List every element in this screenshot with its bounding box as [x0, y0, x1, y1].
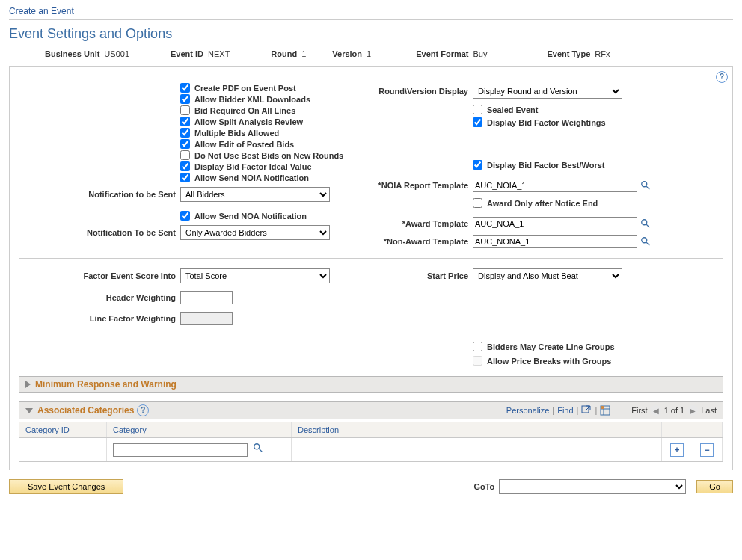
svg-line-1: [646, 186, 649, 189]
multi-bids-checkbox[interactable]: [180, 128, 190, 138]
business-unit-label: Business Unit: [45, 49, 99, 58]
start-price-select[interactable]: Display and Also Must Beat: [473, 268, 622, 283]
notification1-label: Notification to be Sent: [19, 190, 180, 199]
award-template-label: *Award Template: [371, 219, 473, 228]
goto-label: GoTo: [473, 482, 494, 491]
noia-template-label: *NOIA Report Template: [371, 181, 473, 190]
svg-line-13: [259, 449, 262, 452]
noia-template-lookup-icon[interactable]: [640, 180, 651, 191]
page-title: Event Settings and Options: [9, 26, 733, 42]
bid-required-checkbox[interactable]: [180, 105, 190, 115]
no-best-bids-checkbox[interactable]: [180, 150, 190, 160]
weightings-checkbox[interactable]: [473, 117, 482, 127]
category-input[interactable]: [113, 443, 248, 457]
event-id-value: NEXT: [208, 49, 230, 58]
categories-grid: Category ID Category Description + −: [19, 422, 723, 462]
split-analysis-checkbox[interactable]: [180, 117, 190, 126]
delete-row-icon[interactable]: −: [700, 443, 714, 457]
notification2-select[interactable]: Only Awarded Bidders: [180, 225, 330, 240]
line-groups-label: Bidders May Create Line Groups: [487, 342, 615, 351]
notification2-label: Notification To be Sent: [19, 228, 180, 237]
svg-point-4: [642, 238, 647, 243]
min-response-section-header[interactable]: Minimum Response and Warning: [19, 376, 723, 393]
zoom-icon[interactable]: [581, 405, 592, 416]
version-value: 1: [367, 49, 371, 58]
no-best-bids-label: Do Not Use Best Bids on New Rounds: [194, 151, 343, 160]
svg-point-12: [254, 444, 260, 449]
svg-point-0: [642, 182, 647, 187]
line-weighting-input: [180, 312, 233, 325]
noa-checkbox[interactable]: [180, 211, 190, 221]
allow-xml-label: Allow Bidder XML Downloads: [194, 95, 310, 104]
svg-rect-11: [601, 406, 604, 409]
settings-panel: ? Create PDF on Event Post Allow Bidder …: [9, 66, 733, 470]
last-label: Last: [701, 406, 717, 415]
create-pdf-checkbox[interactable]: [180, 83, 190, 93]
go-button[interactable]: Go: [696, 480, 733, 493]
award-notice-checkbox[interactable]: [473, 198, 482, 208]
prev-page-icon[interactable]: ◀: [651, 405, 661, 416]
save-button[interactable]: Save Event Changes: [9, 479, 123, 494]
col-description[interactable]: Description: [292, 422, 662, 438]
panel-help-icon[interactable]: ?: [716, 71, 728, 83]
breadcrumb-create-event[interactable]: Create an Event: [9, 6, 74, 16]
add-row-icon[interactable]: +: [670, 443, 684, 457]
event-type-value: RFx: [595, 49, 610, 58]
expand-icon: [25, 381, 31, 388]
ideal-value-label: Display Bid Factor Ideal Value: [194, 162, 312, 171]
noia-template-input[interactable]: [473, 179, 637, 192]
notification1-select[interactable]: All Bidders: [180, 187, 330, 202]
bid-required-label: Bid Required On All Lines: [194, 106, 295, 115]
nonaward-template-input[interactable]: [473, 235, 637, 248]
row-count: 1 of 1: [664, 406, 685, 415]
header-weighting-label: Header Weighting: [19, 293, 180, 302]
sealed-checkbox[interactable]: [473, 105, 482, 114]
award-template-lookup-icon[interactable]: [640, 218, 651, 229]
col-category[interactable]: Category: [107, 422, 292, 438]
price-breaks-label: Allow Price Breaks with Groups: [487, 357, 611, 366]
min-response-title: Minimum Response and Warning: [35, 379, 177, 390]
find-link[interactable]: Find: [557, 406, 573, 415]
business-unit-value: US001: [104, 49, 129, 58]
personalize-link[interactable]: Personalize: [506, 406, 549, 415]
assoc-categories-help-icon[interactable]: ?: [137, 404, 149, 416]
round-value: 1: [301, 49, 306, 58]
round-version-select[interactable]: Display Round and Version: [473, 84, 622, 99]
line-weighting-label: Line Factor Weighting: [19, 314, 180, 323]
version-label: Version: [332, 49, 362, 58]
price-breaks-checkbox: [473, 356, 482, 366]
goto-select[interactable]: [499, 479, 686, 494]
nonaward-template-label: *Non-Award Template: [371, 237, 473, 246]
svg-line-3: [646, 224, 649, 227]
ideal-value-checkbox[interactable]: [180, 161, 190, 171]
weightings-label: Display Bid Factor Weightings: [487, 118, 606, 127]
first-label: First: [631, 406, 647, 415]
best-worst-label: Display Bid Factor Best/Worst: [487, 161, 605, 170]
best-worst-checkbox[interactable]: [473, 160, 482, 170]
assoc-categories-section-header[interactable]: Associated Categories ? Personalize | Fi…: [19, 401, 723, 419]
edit-posted-checkbox[interactable]: [180, 139, 190, 149]
header-weighting-input[interactable]: [180, 291, 233, 304]
event-info-row: Business UnitUS001 Event IDNEXT Round1 V…: [9, 49, 733, 58]
svg-line-5: [646, 242, 649, 245]
col-category-id[interactable]: Category ID: [19, 422, 107, 438]
edit-posted-label: Allow Edit of Posted Bids: [194, 140, 294, 149]
event-format-value: Buy: [473, 49, 487, 58]
noa-label: Allow Send NOA Notification: [194, 212, 307, 221]
sealed-label: Sealed Event: [487, 105, 538, 114]
noia-label: Allow Send NOIA Notification: [194, 173, 309, 182]
allow-xml-checkbox[interactable]: [180, 94, 190, 104]
noia-checkbox[interactable]: [180, 173, 190, 182]
nonaward-template-lookup-icon[interactable]: [640, 236, 651, 247]
svg-point-2: [642, 220, 647, 225]
svg-rect-6: [582, 406, 589, 413]
multi-bids-label: Multiple Bids Allowed: [194, 129, 279, 138]
award-template-input[interactable]: [473, 217, 637, 230]
download-icon[interactable]: [600, 405, 610, 416]
split-analysis-label: Allow Split Analysis Review: [194, 117, 303, 126]
factor-score-select[interactable]: Total Score: [180, 268, 330, 283]
create-pdf-label: Create PDF on Event Post: [194, 84, 296, 93]
next-page-icon[interactable]: ▶: [687, 405, 698, 416]
line-groups-checkbox[interactable]: [473, 342, 482, 351]
category-lookup-icon[interactable]: [253, 443, 263, 453]
